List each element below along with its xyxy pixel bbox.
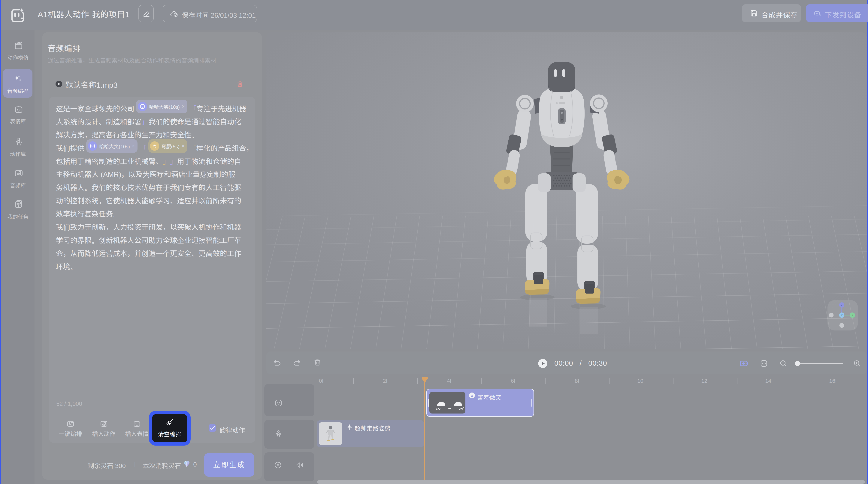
svg-text:Y: Y [841,314,843,317]
svg-text:Z: Z [841,303,843,307]
svg-text:X: X [851,314,854,317]
